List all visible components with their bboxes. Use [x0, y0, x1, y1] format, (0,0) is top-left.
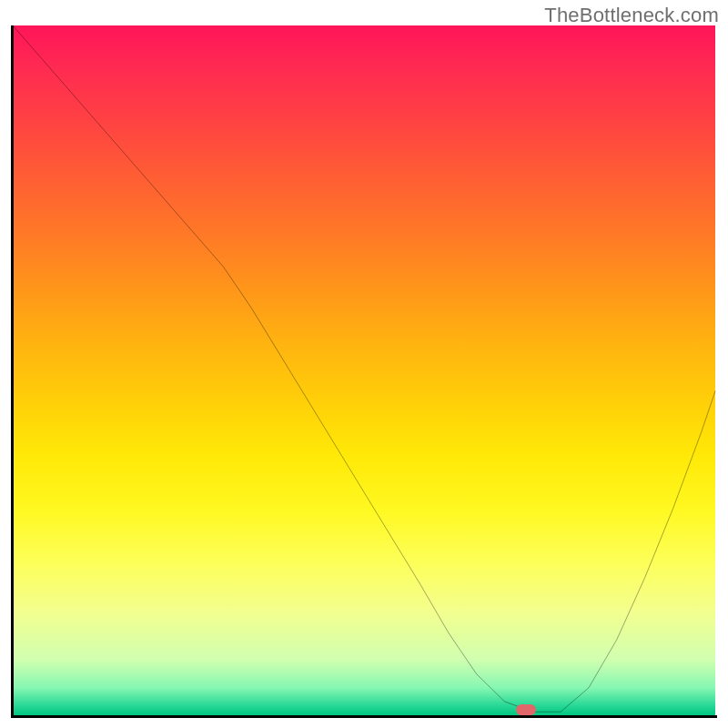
y-axis-line [11, 25, 14, 717]
bottleneck-curve [13, 25, 715, 712]
curve-svg-layer [13, 25, 715, 715]
watermark-text: TheBottleneck.com [544, 4, 719, 27]
x-axis-line [11, 715, 717, 718]
chart-container: TheBottleneck.com [0, 0, 728, 728]
optimal-point-marker [516, 704, 536, 715]
